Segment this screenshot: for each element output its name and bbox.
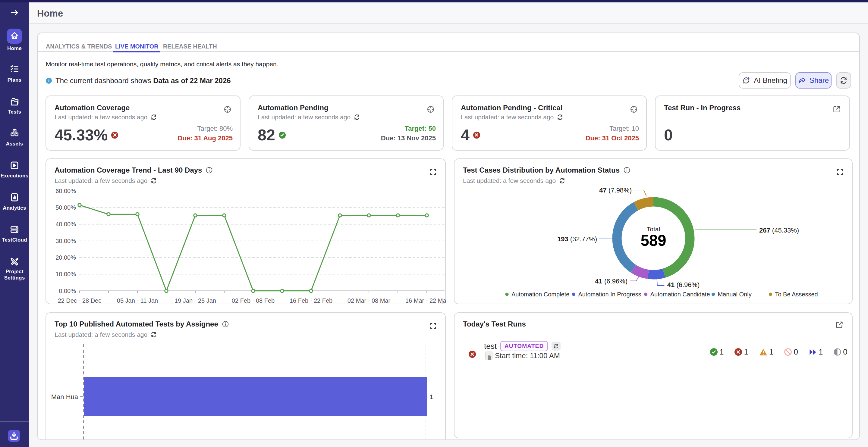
svg-text:Total: Total: [647, 226, 660, 232]
svg-text:02 Mar - 08 Mar: 02 Mar - 08 Mar: [347, 297, 391, 304]
svg-text:20.00%: 20.00%: [56, 254, 76, 261]
svg-text:Manual Only: Manual Only: [718, 291, 751, 297]
svg-text:47 (7.98%): 47 (7.98%): [599, 187, 632, 194]
svg-text:40.00%: 40.00%: [56, 221, 76, 227]
svg-text:16 Feb - 22 Feb: 16 Feb - 22 Feb: [290, 297, 333, 304]
svg-text:Man Hua: Man Hua: [51, 393, 79, 401]
svg-text:193 (32.77%): 193 (32.77%): [557, 235, 597, 243]
svg-text:Automation Candidate: Automation Candidate: [650, 291, 710, 297]
svg-text:02 Feb - 08 Feb: 02 Feb - 08 Feb: [232, 297, 275, 304]
svg-text:Automation Complete: Automation Complete: [512, 291, 569, 297]
svg-text:0.00%: 0.00%: [59, 288, 76, 294]
svg-text:22 Dec - 28 Dec: 22 Dec - 28 Dec: [58, 297, 101, 304]
svg-text:60.00%: 60.00%: [56, 188, 76, 194]
svg-text:41 (6.96%): 41 (6.96%): [595, 278, 627, 285]
svg-text:50.00%: 50.00%: [56, 204, 76, 211]
svg-text:1: 1: [430, 393, 433, 401]
svg-text:589: 589: [641, 232, 666, 249]
svg-text:267 (45.33%): 267 (45.33%): [759, 226, 799, 234]
svg-text:05 Jan - 11 Jan: 05 Jan - 11 Jan: [117, 297, 158, 304]
svg-text:10.00%: 10.00%: [56, 271, 76, 278]
svg-text:Automation In Progress: Automation In Progress: [578, 291, 641, 297]
svg-text:To Be Assessed: To Be Assessed: [775, 291, 818, 297]
svg-text:41 (6.96%): 41 (6.96%): [667, 281, 700, 289]
svg-text:16 Mar - 22 Mar: 16 Mar - 22 Mar: [405, 297, 446, 304]
svg-text:19 Jan - 25 Jan: 19 Jan - 25 Jan: [175, 297, 216, 304]
svg-text:30.00%: 30.00%: [56, 238, 76, 244]
